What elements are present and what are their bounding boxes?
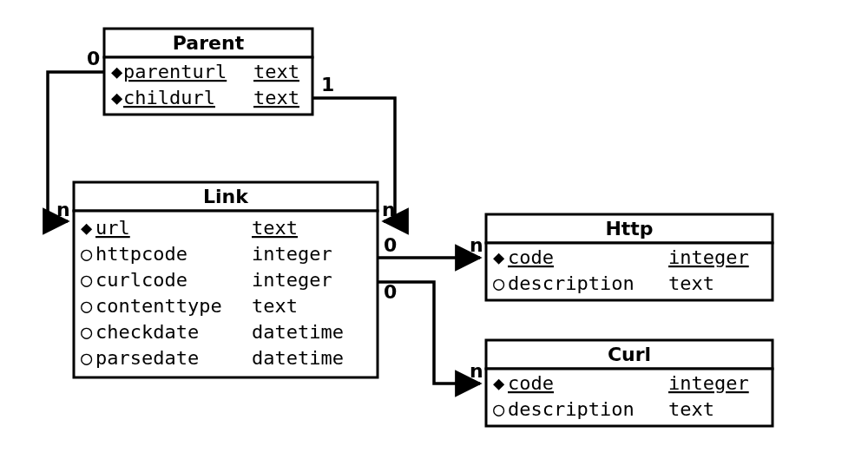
cardinality-label: n <box>382 199 396 220</box>
svg-text:◆: ◆ <box>111 61 123 82</box>
attr-type: text <box>252 295 298 317</box>
entity-parent: Parent ◆ parenturl text ◆ childurl text <box>104 29 312 115</box>
cardinality-label: 1 <box>321 74 334 95</box>
relation-link-curl: 0 n <box>378 281 483 384</box>
er-diagram: Parent ◆ parenturl text ◆ childurl text … <box>0 0 868 459</box>
svg-text:○: ○ <box>81 347 93 369</box>
attr-name: contenttype <box>95 295 222 317</box>
attr-name: httpcode <box>95 243 187 265</box>
entity-curl: Curl ◆ code integer ○ description text <box>486 340 773 426</box>
svg-text:◆: ◆ <box>493 372 505 394</box>
attr-name: childurl <box>123 87 215 108</box>
attr-type: datetime <box>252 321 344 343</box>
attr-name: description <box>508 272 635 294</box>
attr-type: integer <box>252 269 332 291</box>
attr-type: text <box>252 217 298 239</box>
attr-row: ○ description text <box>493 398 714 420</box>
attr-type: text <box>668 272 714 294</box>
svg-text:◆: ◆ <box>111 87 123 108</box>
svg-text:○: ○ <box>81 321 93 343</box>
attr-name: url <box>95 217 130 239</box>
attr-type: text <box>668 398 714 420</box>
attr-type: integer <box>252 243 332 265</box>
attr-row: ◆ parenturl text <box>111 61 299 82</box>
svg-text:◆: ◆ <box>493 246 505 268</box>
cardinality-label: n <box>470 360 483 382</box>
entity-http: Http ◆ code integer ○ description text <box>486 214 773 300</box>
svg-text:○: ○ <box>81 243 93 265</box>
attr-row: ○ contenttype text <box>81 295 298 317</box>
svg-text:◆: ◆ <box>81 217 93 239</box>
attr-name: checkdate <box>95 321 199 343</box>
cardinality-label: n <box>470 234 483 256</box>
svg-text:○: ○ <box>493 272 505 294</box>
attr-name: code <box>508 246 554 268</box>
svg-text:○: ○ <box>81 269 93 291</box>
attr-type: integer <box>668 372 749 394</box>
cardinality-label: 0 <box>384 234 397 256</box>
svg-text:○: ○ <box>493 398 505 420</box>
entity-parent-title: Parent <box>173 32 245 54</box>
cardinality-label: n <box>56 199 70 220</box>
entity-link-title: Link <box>203 186 249 207</box>
attr-name: code <box>508 372 554 394</box>
cardinality-label: 0 <box>87 48 100 69</box>
attr-name: parsedate <box>95 347 199 369</box>
attr-type: datetime <box>252 347 344 369</box>
attr-type: text <box>253 87 299 108</box>
entity-http-title: Http <box>605 218 653 239</box>
attr-row: ○ description text <box>493 272 714 294</box>
attr-name: description <box>508 398 635 420</box>
entity-curl-title: Curl <box>608 344 651 365</box>
cardinality-label: 0 <box>384 281 397 303</box>
attr-name: parenturl <box>123 61 227 82</box>
attr-name: curlcode <box>95 269 187 291</box>
entity-link: Link ◆ url text ○ httpcode integer ○ cur… <box>74 182 378 377</box>
attr-type: integer <box>668 246 749 268</box>
relation-link-http: 0 n <box>378 234 483 258</box>
attr-type: text <box>253 61 299 82</box>
attr-row: ◆ childurl text <box>111 87 299 108</box>
svg-text:○: ○ <box>81 295 93 317</box>
